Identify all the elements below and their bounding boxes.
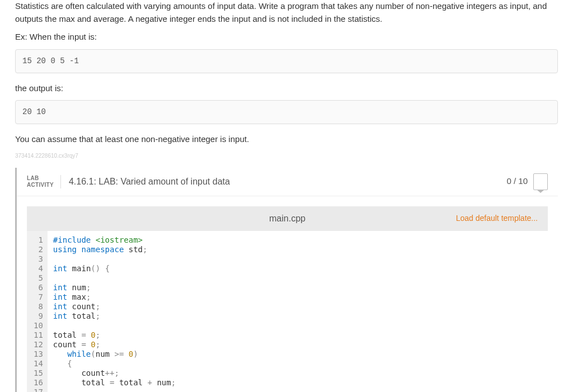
code-editor[interactable]: 1234567891011121314151617 #include <iost… xyxy=(27,231,548,393)
editor-panel: main.cpp Load default template... 123456… xyxy=(17,196,558,393)
line-number: 7 xyxy=(32,292,44,302)
badge-icon xyxy=(533,173,548,190)
line-number: 9 xyxy=(32,311,44,321)
line-number: 5 xyxy=(32,273,44,283)
example-input-block: 15 20 0 5 -1 xyxy=(15,49,558,73)
line-number: 2 xyxy=(32,245,44,254)
load-default-template-link[interactable]: Load default template... xyxy=(456,212,538,224)
lab-tag-line1: LAB xyxy=(27,175,54,182)
line-number: 12 xyxy=(32,340,44,350)
line-number: 14 xyxy=(32,359,44,369)
line-number: 4 xyxy=(32,264,44,273)
line-number: 11 xyxy=(32,330,44,340)
example-output-block: 20 10 xyxy=(15,100,558,124)
line-number: 16 xyxy=(32,378,44,388)
line-number: 15 xyxy=(32,369,44,378)
editor-toolbar: main.cpp Load default template... xyxy=(27,206,548,231)
output-intro: the output is: xyxy=(15,82,558,95)
assumption-note: You can assume that at least one non-neg… xyxy=(15,133,558,146)
lab-tag: LAB ACTIVITY xyxy=(27,175,61,188)
watermark: 373414.2228610.cx3rqy7 xyxy=(15,152,558,160)
line-number: 6 xyxy=(32,283,44,292)
line-number: 3 xyxy=(32,254,44,264)
problem-statement: Statistics are often calculated with var… xyxy=(15,0,558,25)
line-number-gutter: 1234567891011121314151617 xyxy=(27,231,48,393)
line-number: 8 xyxy=(32,302,44,311)
example-intro: Ex: When the input is: xyxy=(15,31,558,44)
line-number: 13 xyxy=(32,350,44,359)
line-number: 10 xyxy=(32,321,44,330)
lab-tag-line2: ACTIVITY xyxy=(27,182,54,188)
lab-title: 4.16.1: LAB: Varied amount of input data xyxy=(69,175,507,188)
lab-score: 0 / 10 xyxy=(506,175,528,188)
line-number: 17 xyxy=(32,388,44,393)
lab-header: LAB ACTIVITY 4.16.1: LAB: Varied amount … xyxy=(17,168,558,196)
line-number: 1 xyxy=(32,235,44,245)
lab-activity-card: LAB ACTIVITY 4.16.1: LAB: Varied amount … xyxy=(15,168,558,393)
code-area[interactable]: #include <iostream> using namespace std;… xyxy=(48,231,548,393)
